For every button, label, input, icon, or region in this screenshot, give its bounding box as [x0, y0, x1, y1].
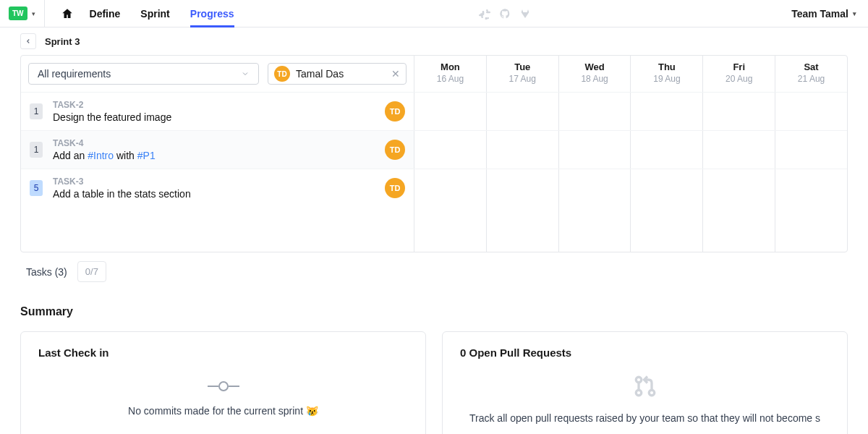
avatar[interactable]: TD [385, 140, 405, 160]
clear-filter-icon[interactable]: ✕ [391, 68, 400, 80]
day-column: Thu19 Aug [630, 56, 702, 92]
breadcrumb: Sprint 3 [0, 27, 868, 55]
requirements-filter[interactable]: All requirements [28, 63, 259, 85]
nav-tabs: Define Sprint Progress [90, 0, 234, 27]
day-column: Tue17 Aug [486, 56, 558, 92]
avatar[interactable]: TD [385, 178, 405, 198]
workspace-initials-badge: TW [9, 7, 27, 20]
day-column: Mon16 Aug [414, 56, 486, 92]
requirements-filter-label: All requirements [38, 68, 111, 80]
checkin-message: No commits made for the current sprint 😿 [128, 405, 318, 417]
avatar[interactable]: TD [385, 101, 405, 122]
day-date: 18 Aug [559, 74, 631, 84]
day-date: 20 Aug [703, 74, 775, 84]
tag-link[interactable]: #Intro [88, 150, 114, 161]
pr-card: 0 Open Pull Requests Track all open pull… [442, 331, 848, 434]
day-name: Fri [703, 61, 775, 72]
svg-point-5 [649, 390, 655, 396]
tab-define[interactable]: Define [90, 0, 121, 27]
chevron-down-icon [241, 69, 250, 78]
slack-icon[interactable] [479, 8, 490, 20]
chevron-left-icon [25, 38, 32, 45]
tab-progress[interactable]: Progress [190, 0, 234, 27]
task-title: Add an #Intro with #P1 [53, 150, 375, 161]
svg-point-3 [636, 377, 642, 383]
day-name: Mon [414, 61, 486, 72]
gitlab-icon[interactable] [519, 8, 531, 20]
assignee-filter[interactable]: TD Tamal Das ✕ [268, 63, 407, 85]
task-title: Design the featured image [53, 111, 375, 123]
task-row[interactable]: 1TASK-4Add an #Intro with #P1TD [21, 130, 847, 169]
summary-heading: Summary [20, 305, 848, 318]
svg-point-4 [636, 390, 642, 396]
day-date: 16 Aug [414, 74, 486, 84]
points-badge: 1 [30, 142, 43, 158]
assignee-name: Tamal Das [296, 68, 386, 80]
day-column: Sat21 Aug [775, 56, 847, 92]
chevron-down-icon: ▾ [853, 10, 856, 17]
points-badge: 5 [30, 180, 43, 196]
task-title: Add a table in the stats section [53, 188, 375, 200]
summary-section: Summary Last Check in No commits made fo… [0, 291, 868, 434]
day-name: Tue [487, 61, 558, 72]
pr-message: Track all open pull requests raised by y… [469, 412, 820, 424]
workspace-selector[interactable]: TW ▾ [0, 0, 45, 27]
home-button[interactable] [45, 7, 90, 20]
day-date: 17 Aug [487, 74, 558, 84]
day-date: 21 Aug [775, 74, 847, 84]
task-row[interactable]: 1TASK-2Design the featured imageTD [21, 92, 847, 130]
day-column: Wed18 Aug [558, 56, 631, 92]
tab-sprint[interactable]: Sprint [140, 0, 169, 27]
points-badge: 1 [30, 103, 43, 119]
task-row[interactable]: 5TASK-3Add a table in the stats sectionT… [21, 169, 847, 207]
day-name: Sat [775, 61, 847, 72]
github-icon[interactable] [499, 8, 511, 20]
tasks-summary-row: Tasks (3) 0/7 [20, 252, 848, 291]
day-name: Thu [631, 61, 702, 72]
tag-link[interactable]: #P1 [137, 150, 156, 161]
day-name: Wed [559, 61, 631, 72]
tasks-count: Tasks (3) [26, 266, 67, 278]
topbar: TW ▾ Define Sprint Progress Team Tamal ▾ [0, 0, 868, 27]
back-button[interactable] [20, 33, 36, 49]
breadcrumb-sprint: Sprint 3 [45, 36, 80, 47]
checkin-title: Last Check in [38, 346, 408, 359]
progress-board: All requirements TD Tamal Das ✕ Mon16 Au… [20, 55, 848, 252]
team-dropdown[interactable]: Team Tamal ▾ [791, 8, 856, 20]
points-fraction: 0/7 [77, 261, 106, 282]
team-label: Team Tamal [791, 8, 848, 20]
chevron-down-icon: ▾ [32, 10, 35, 17]
checkin-card: Last Check in No commits made for the cu… [20, 331, 426, 434]
svg-point-1 [219, 382, 228, 391]
avatar: TD [274, 66, 290, 82]
task-id: TASK-4 [53, 138, 375, 148]
day-date: 19 Aug [631, 74, 702, 84]
task-id: TASK-3 [53, 176, 375, 187]
day-column: Fri20 Aug [702, 56, 775, 92]
integration-icons [479, 8, 531, 20]
pull-request-icon [632, 373, 658, 399]
task-id: TASK-2 [53, 100, 375, 110]
commit-icon [208, 380, 239, 392]
pr-title: 0 Open Pull Requests [460, 346, 830, 359]
home-icon [61, 7, 74, 20]
